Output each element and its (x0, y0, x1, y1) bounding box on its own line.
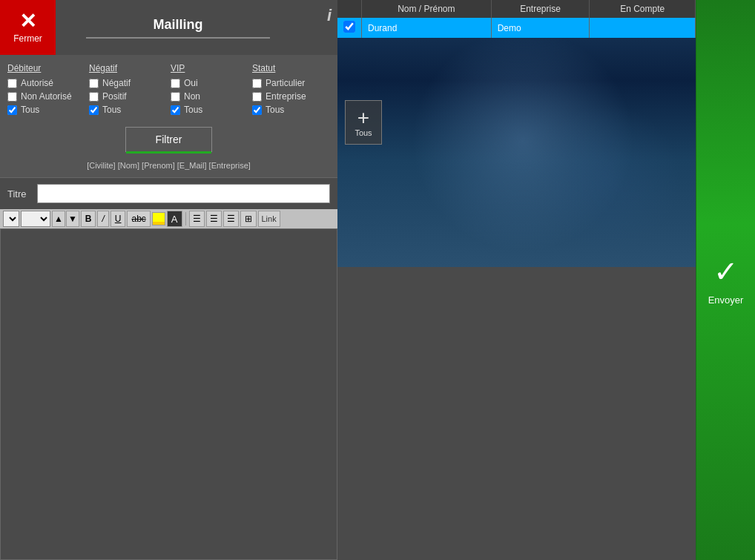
vip-non-label: Non (184, 91, 200, 102)
debiteur-title: Débiteur (7, 63, 85, 73)
filter-section: Débiteur Autorisé Non Autorisé Tous Néga… (0, 56, 337, 178)
negatif-tous[interactable]: Tous (89, 105, 167, 115)
add-contact-button[interactable]: + Tous (345, 100, 382, 145)
close-icon: ✕ (19, 11, 36, 32)
increase-size-btn[interactable]: ▲ (52, 211, 65, 227)
filter-group-vip: VIP Oui Non Tous (171, 63, 248, 118)
table-button[interactable]: ⊞ (240, 211, 257, 227)
app-title: Mailling (154, 17, 203, 33)
debiteur-non-autorise[interactable]: Non Autorisé (7, 91, 85, 102)
toolbar: ▲ ▼ B / U abc A ☰ ☰ ☰ ⊞ Link (0, 209, 337, 228)
negatif-positif-label: Positif (102, 91, 127, 102)
titre-label: Titre (7, 188, 30, 200)
vip-title: VIP (171, 63, 248, 73)
negatif-positif[interactable]: Positif (89, 91, 167, 102)
plus-icon: + (357, 108, 369, 128)
toolbar-separator-1 (185, 212, 186, 225)
row-checkbox[interactable] (343, 21, 355, 33)
vip-oui-label: Oui (184, 78, 198, 88)
add-tous-label: Tous (355, 128, 372, 137)
negatif-tous-label: Tous (102, 105, 121, 115)
close-button[interactable]: ✕ Fermer (0, 0, 56, 55)
debiteur-tous[interactable]: Tous (7, 105, 85, 115)
table-overlay: Nom / Prénom Entreprise En Compte Durand… (337, 0, 696, 38)
debiteur-non-autorise-label: Non Autorisé (21, 91, 72, 102)
debiteur-tous-label: Tous (21, 105, 39, 115)
filter-group-statut: Statut Particulier Entreprise Tous (252, 63, 330, 118)
row-en-compte (590, 18, 696, 38)
debiteur-autorise-checkbox[interactable] (7, 79, 17, 88)
bg-water (337, 0, 696, 267)
col-nom: Nom / Prénom (362, 0, 492, 18)
underline-button[interactable]: U (111, 211, 126, 227)
strikethrough-button[interactable]: abc (127, 211, 150, 227)
vip-non-checkbox[interactable] (171, 92, 180, 102)
titre-row: Titre (0, 178, 337, 209)
link-button[interactable]: Link (258, 211, 280, 227)
debiteur-tous-checkbox[interactable] (7, 105, 17, 115)
filter-grid: Débiteur Autorisé Non Autorisé Tous Néga… (7, 63, 330, 118)
send-label: Envoyer (708, 294, 744, 306)
vip-oui[interactable]: Oui (171, 78, 248, 88)
statut-entreprise-label: Entreprise (266, 91, 306, 102)
editor-area[interactable] (0, 228, 337, 560)
info-icon: i (327, 6, 332, 25)
row-checkbox-cell[interactable] (337, 18, 362, 38)
email-section (337, 267, 696, 560)
font-size-select[interactable] (21, 211, 50, 227)
contact-section: Nom / Prénom Entreprise En Compte Durand… (337, 0, 696, 267)
contact-table: Nom / Prénom Entreprise En Compte Durand… (337, 0, 696, 38)
highlight-color-button[interactable] (152, 212, 165, 225)
vip-tous[interactable]: Tous (171, 105, 248, 115)
statut-particulier-checkbox[interactable] (252, 79, 262, 88)
titre-input[interactable] (37, 184, 330, 203)
template-line: [Civilite] [Nom] [Prenom] [E_Mail] [Entr… (7, 161, 330, 170)
decrease-size-btn[interactable]: ▼ (66, 211, 79, 227)
statut-tous-checkbox[interactable] (252, 105, 262, 115)
statut-particulier-label: Particulier (266, 78, 305, 88)
row-nom: Durand (362, 18, 492, 38)
right-content: Nom / Prénom Entreprise En Compte Durand… (337, 0, 696, 560)
negatif-title: Négatif (89, 63, 167, 73)
negatif-negatif[interactable]: Négatif (89, 78, 167, 88)
statut-tous[interactable]: Tous (252, 105, 330, 115)
filter-button-area: Filtrer (7, 127, 330, 152)
negatif-negatif-checkbox[interactable] (89, 79, 99, 88)
negatif-negatif-label: Négatif (102, 78, 131, 88)
vip-oui-checkbox[interactable] (171, 79, 180, 88)
statut-tous-label: Tous (266, 105, 284, 115)
statut-entreprise-checkbox[interactable] (252, 92, 262, 102)
send-button[interactable]: ✓ Envoyer (696, 0, 755, 560)
italic-button[interactable]: / (97, 211, 108, 227)
col-entreprise: Entreprise (491, 0, 590, 18)
filter-group-debiteur: Débiteur Autorisé Non Autorisé Tous (7, 63, 85, 118)
close-label: Fermer (13, 33, 42, 44)
title-underline (86, 37, 270, 39)
statut-entreprise[interactable]: Entreprise (252, 91, 330, 102)
vip-non[interactable]: Non (171, 91, 248, 102)
debiteur-autorise-label: Autorisé (21, 78, 53, 88)
align-right-button[interactable]: ☰ (223, 211, 239, 227)
title-area: Mailling (56, 0, 300, 55)
left-panel: ✕ Fermer Mailling i Débiteur Autorisé No… (0, 0, 337, 560)
font-family-select[interactable] (3, 211, 19, 227)
filter-group-negatif: Négatif Négatif Positif Tous (89, 63, 167, 118)
vip-tous-checkbox[interactable] (171, 105, 180, 115)
negatif-tous-checkbox[interactable] (89, 105, 99, 115)
col-checkbox (337, 0, 362, 18)
col-en-compte: En Compte (590, 0, 696, 18)
table-row[interactable]: Durand Demo (337, 18, 696, 38)
filter-button[interactable]: Filtrer (125, 127, 213, 152)
bold-button[interactable]: B (81, 211, 96, 227)
font-color-button[interactable]: A (167, 211, 182, 227)
align-center-button[interactable]: ☰ (206, 211, 222, 227)
statut-title: Statut (252, 63, 330, 73)
align-left-button[interactable]: ☰ (189, 211, 205, 227)
statut-particulier[interactable]: Particulier (252, 78, 330, 88)
header: ✕ Fermer Mailling i (0, 0, 337, 56)
debiteur-autorise[interactable]: Autorisé (7, 78, 85, 88)
debiteur-non-autorise-checkbox[interactable] (7, 92, 17, 102)
negatif-positif-checkbox[interactable] (89, 92, 99, 102)
row-entreprise: Demo (491, 18, 590, 38)
info-icon-area: i (300, 0, 337, 55)
